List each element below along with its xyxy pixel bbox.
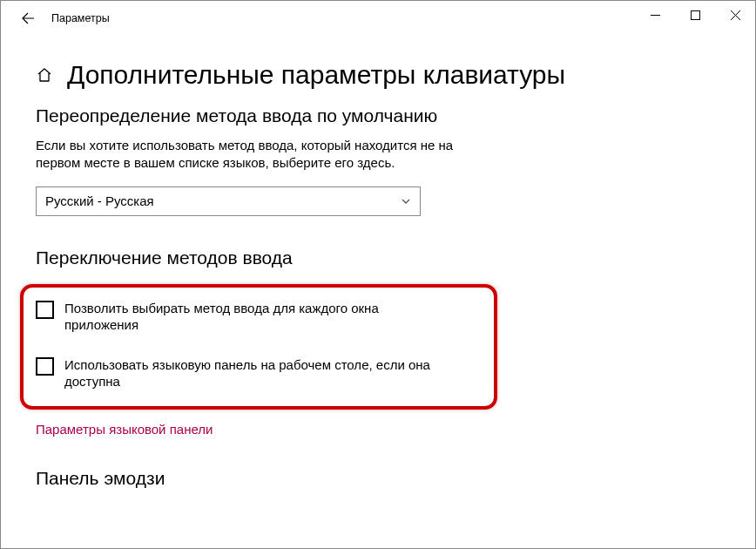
minimize-button[interactable]: [635, 1, 675, 29]
close-button[interactable]: [715, 1, 755, 29]
checkbox-per-window-label: Позволить выбирать метод ввода для каждо…: [64, 300, 439, 334]
section-emoji-title: Панель эмодзи: [36, 468, 720, 489]
highlight-annotation: Позволить выбирать метод ввода для каждо…: [20, 284, 497, 410]
close-icon: [731, 10, 740, 20]
window-controls: [635, 1, 755, 29]
section-override-title: Переопределение метода ввода по умолчани…: [36, 105, 720, 126]
section-override-description: Если вы хотите использовать метод ввода,…: [36, 137, 471, 173]
home-icon[interactable]: [36, 66, 53, 87]
maximize-icon: [691, 10, 700, 20]
input-method-dropdown[interactable]: Русский - Русская: [36, 186, 421, 216]
arrow-left-icon: [21, 11, 35, 25]
checkbox-per-window[interactable]: [36, 301, 54, 319]
checkbox-language-bar-row: Использовать языковую панель на рабочем …: [36, 356, 482, 390]
back-button[interactable]: [11, 2, 44, 35]
maximize-button[interactable]: [675, 1, 715, 29]
svg-rect-1: [691, 10, 699, 19]
section-switch-title: Переключение методов ввода: [36, 247, 720, 268]
dropdown-selected-value: Русский - Русская: [45, 193, 154, 208]
page-header: Дополнительные параметры клавиатуры: [36, 60, 720, 90]
checkbox-per-window-row: Позволить выбирать метод ввода для каждо…: [36, 300, 482, 334]
content-area: Дополнительные параметры клавиатуры Пере…: [1, 60, 755, 506]
language-bar-settings-link[interactable]: Параметры языковой панели: [36, 422, 720, 437]
checkbox-language-bar-label: Использовать языковую панель на рабочем …: [64, 356, 439, 390]
chevron-down-icon: [401, 196, 411, 207]
minimize-icon: [651, 10, 660, 20]
checkbox-language-bar[interactable]: [36, 357, 54, 376]
page-title: Дополнительные параметры клавиатуры: [67, 60, 565, 90]
window-title: Параметры: [51, 12, 110, 24]
